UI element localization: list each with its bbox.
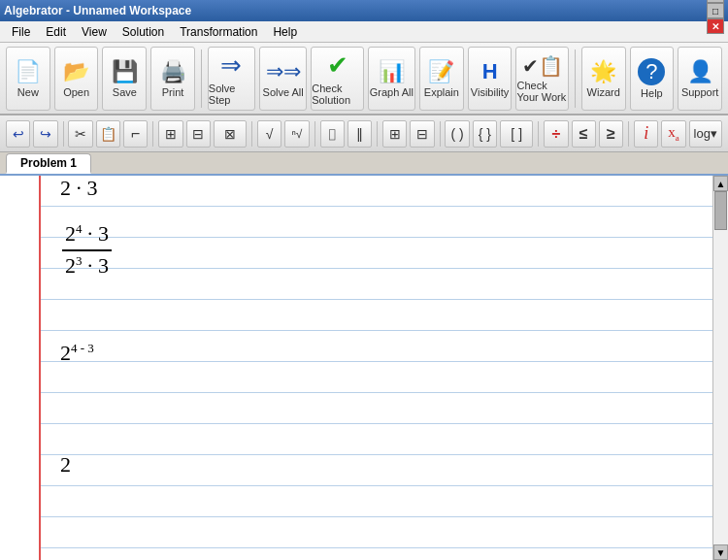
math-row-2: 24 · 3 23 · 3	[60, 219, 114, 281]
ruled-area[interactable]: 2 · 3 24 · 3 23 · 3 24 - 3 2	[41, 176, 712, 560]
bracket3-icon: [ ]	[511, 126, 522, 142]
cut-button[interactable]: ✂	[68, 120, 92, 148]
grid2-button[interactable]: ⊟	[410, 120, 434, 148]
scroll-down-button[interactable]: ▼	[713, 544, 728, 560]
vbar1-button[interactable]: ⌷	[320, 120, 345, 148]
open-button[interactable]: 📂 Open	[54, 47, 99, 111]
print-button[interactable]: 🖨️ Print	[150, 47, 195, 111]
vbar2-button[interactable]: ‖	[347, 120, 372, 148]
geq-icon: ≥	[607, 125, 615, 143]
open-label: Open	[63, 86, 89, 98]
bracket2-button[interactable]: { }	[473, 120, 497, 148]
nroot-button[interactable]: ⁿ√	[284, 120, 309, 148]
title-bar: Algebrator - Unnamed Workspace — □ ✕	[0, 0, 728, 21]
menu-file[interactable]: File	[4, 21, 38, 42]
fraction-numerator: 24 · 3	[62, 219, 112, 251]
copy-button[interactable]: 📋	[96, 120, 120, 148]
menu-transformation[interactable]: Transformation	[172, 21, 265, 42]
italic-button[interactable]: i	[634, 120, 658, 148]
sqrt-button[interactable]: √	[257, 120, 281, 148]
log-icon: log▾	[694, 126, 717, 141]
bracket-button[interactable]: ⌐	[123, 120, 148, 148]
support-button[interactable]: 👤 Support	[678, 47, 722, 111]
bracket-icon: ⌐	[131, 125, 140, 143]
bracket3-button[interactable]: [ ]	[500, 120, 533, 148]
leq-icon: ≤	[579, 125, 588, 143]
vbar1-icon: ⌷	[328, 126, 336, 142]
matrix-wide-button[interactable]: ⊠	[214, 120, 247, 148]
open-icon: 📂	[63, 59, 89, 84]
grid1-button[interactable]: ⊞	[382, 120, 407, 148]
fraction-denominator: 23 · 3	[62, 251, 112, 281]
scroll-thumb[interactable]	[714, 191, 727, 230]
menu-solution[interactable]: Solution	[115, 21, 172, 42]
solve-step-button[interactable]: ⇒ Solve Step	[208, 47, 255, 111]
solve-all-button[interactable]: ⇒⇒ Solve All	[259, 47, 307, 111]
scroll-track[interactable]	[713, 191, 728, 544]
solve-all-label: Solve All	[263, 86, 304, 98]
solve-step-icon: ⇒	[220, 50, 242, 81]
new-icon: 📄	[15, 59, 41, 84]
check-solution-button[interactable]: ✔ Check Solution	[311, 47, 363, 111]
graph-all-button[interactable]: 📊 Graph All	[368, 47, 415, 111]
divide-symbol[interactable]: ÷	[544, 120, 568, 148]
vertical-scrollbar[interactable]: ▲ ▼	[712, 176, 728, 560]
scroll-up-button[interactable]: ▲	[713, 176, 728, 191]
tb2-divider-5	[377, 121, 378, 147]
toolbar2: ↩ ↪ ✂ 📋 ⌐ ⊞ ⊟ ⊠ √ ⁿ√ ⌷ ‖ ⊞ ⊟ ( )	[0, 115, 728, 152]
graph-all-label: Graph All	[370, 86, 414, 98]
explain-button[interactable]: 📝 Explain	[419, 47, 464, 111]
subscript-button[interactable]: xa	[661, 120, 685, 148]
solve-step-label: Solve Step	[209, 82, 254, 106]
visibility-label: Visibility	[471, 86, 510, 98]
undo-icon: ↩	[13, 126, 24, 142]
menu-help[interactable]: Help	[265, 21, 305, 42]
explain-label: Explain	[424, 86, 459, 98]
help-icon: ?	[638, 58, 665, 85]
new-button[interactable]: 📄 New	[6, 47, 50, 111]
redo-button[interactable]: ↪	[33, 120, 57, 148]
menu-view[interactable]: View	[74, 21, 115, 42]
close-button[interactable]: ✕	[707, 18, 724, 34]
tb2-divider-8	[628, 121, 629, 147]
check-work-icon: ✔📋	[522, 54, 563, 78]
paren-icon: ( )	[451, 126, 464, 142]
nroot-icon: ⁿ√	[291, 127, 302, 141]
explain-icon: 📝	[428, 59, 454, 84]
geq-symbol[interactable]: ≥	[599, 120, 623, 148]
matrix2-button[interactable]: ⊞	[158, 120, 182, 148]
check-work-label: Check Your Work	[516, 80, 567, 103]
grid1-icon: ⊞	[389, 126, 401, 142]
save-button[interactable]: 💾 Save	[102, 47, 147, 111]
save-label: Save	[113, 86, 137, 98]
vbar2-icon: ‖	[356, 126, 363, 142]
check-work-button[interactable]: ✔📋 Check Your Work	[515, 47, 568, 111]
paren-button[interactable]: ( )	[445, 120, 469, 148]
tb2-divider-2	[152, 121, 153, 147]
tab-bar: Problem 1	[0, 152, 728, 176]
wizard-button[interactable]: 🌟 Wizard	[581, 47, 626, 111]
matrix3-icon: ⊟	[192, 126, 204, 142]
check-solution-icon: ✔	[327, 50, 348, 81]
grid2-icon: ⊟	[416, 126, 428, 142]
toolbar: 📄 New 📂 Open 💾 Save 🖨️ Print ⇒ Solve Ste…	[0, 43, 728, 115]
menu-edit[interactable]: Edit	[38, 21, 74, 42]
log-button[interactable]: log▾	[689, 120, 722, 148]
tb2-divider-3	[251, 121, 252, 147]
cut-icon: ✂	[75, 126, 86, 142]
math-row-4: 2	[60, 452, 71, 478]
leq-symbol[interactable]: ≤	[572, 120, 596, 148]
italic-icon: i	[644, 123, 648, 144]
visibility-button[interactable]: H Visibility	[468, 47, 513, 111]
undo-button[interactable]: ↩	[6, 120, 30, 148]
matrix-wide-icon: ⊠	[224, 126, 236, 142]
tb2-divider-6	[440, 121, 441, 147]
toolbar-divider-2	[575, 49, 576, 108]
wizard-label: Wizard	[587, 86, 620, 98]
toolbar-divider-1	[201, 49, 202, 108]
maximize-button[interactable]: □	[707, 3, 724, 18]
help-button[interactable]: ? Help	[630, 47, 675, 111]
title-text: Algebrator - Unnamed Workspace	[4, 4, 191, 17]
matrix3-button[interactable]: ⊟	[186, 120, 211, 148]
tab-problem1[interactable]: Problem 1	[6, 153, 91, 174]
